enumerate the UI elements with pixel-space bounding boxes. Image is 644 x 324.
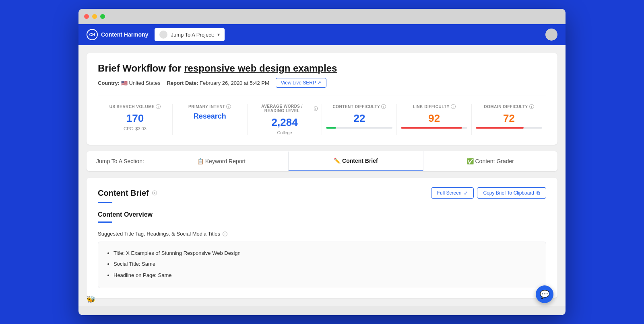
content-overview-title: Content Overview — [98, 211, 546, 218]
suggestion-item-1: Title: X Examples of Stunning Responsive… — [114, 248, 538, 258]
stat-domain-difficulty: DOMAIN DIFFICULTY i 72 — [472, 104, 546, 135]
brief-title-prefix: Brief Workflow for — [98, 63, 184, 74]
domain-difficulty-bar — [476, 127, 542, 129]
stat-label-content-difficulty: CONTENT DIFFICULTY i — [326, 104, 392, 109]
tab-keyword-report[interactable]: 📋 Keyword Report — [154, 152, 289, 171]
tabs-card: Jump To A Section: 📋 Keyword Report ✏️ C… — [87, 151, 557, 171]
link-difficulty-bar — [401, 127, 467, 129]
main-content: Brief Workflow for responsive web design… — [78, 45, 566, 306]
report-date-value: February 26, 2020 at 5:42 PM — [200, 80, 269, 86]
stat-label-domain-difficulty: DOMAIN DIFFICULTY i — [476, 104, 542, 109]
minimize-button[interactable] — [92, 14, 97, 19]
expand-icon: ⤢ — [464, 190, 468, 196]
stat-avg-words: AVERAGE WORDS / READING LEVEL i 2,284 Co… — [248, 104, 322, 135]
nav-logo[interactable]: CH Content Harmony — [87, 29, 148, 40]
suggestions-list: Title: X Examples of Stunning Responsive… — [106, 248, 538, 280]
brief-title: Brief Workflow for responsive web design… — [98, 63, 546, 74]
stat-label-link-difficulty: LINK DIFFICULTY i — [401, 104, 467, 109]
info-icon-suggestions: i — [223, 232, 227, 236]
suggestions-box: Title: X Examples of Stunning Responsive… — [98, 242, 546, 288]
country-label: Country: 🇺🇸 United States — [98, 80, 160, 86]
info-icon-link-diff: i — [451, 104, 456, 109]
suggestion-item-3: Headline on Page: Same — [114, 271, 538, 280]
country-name: United States — [129, 80, 160, 86]
info-icon-content-diff: i — [381, 104, 386, 109]
logo-icon: CH — [87, 29, 98, 40]
browser-window: CH Content Harmony Jump To A Project: ▾ … — [78, 9, 566, 315]
info-icon-intent: i — [226, 104, 231, 109]
jump-chevron-icon: ▾ — [217, 32, 220, 37]
brief-meta: Country: 🇺🇸 United States Report Date: F… — [98, 78, 546, 88]
stat-value-content-difficulty: 22 — [326, 112, 392, 125]
project-avatar — [159, 31, 167, 39]
chat-icon: 💬 — [540, 289, 550, 299]
suggested-titles-label: Suggested Title Tag, Headings, & Social … — [98, 231, 546, 237]
maximize-button[interactable] — [100, 14, 105, 19]
tab-content-brief[interactable]: ✏️ Content Brief — [289, 151, 423, 171]
content-overview-underline — [98, 221, 112, 223]
close-button[interactable] — [84, 14, 89, 19]
bee-icon: 🐝 — [87, 295, 95, 304]
brief-title-underline — [98, 202, 112, 203]
content-brief-card: Content Brief i Full Screen ⤢ Copy Brief… — [87, 178, 557, 298]
stat-value-avg-words: 2,284 — [252, 116, 318, 129]
clipboard-icon: ⧉ — [537, 190, 540, 196]
main-area: Brief Workflow for responsive web design… — [78, 45, 566, 315]
info-icon-search-volume: i — [156, 104, 161, 109]
logo-text: Content Harmony — [101, 31, 148, 38]
stat-search-volume: US SEARCH VOLUME i 170 CPC: $3.03 — [98, 104, 173, 135]
content-difficulty-bar-fill — [326, 127, 336, 129]
domain-difficulty-bar-fill — [476, 127, 524, 129]
link-difficulty-bar-fill — [401, 127, 462, 129]
content-difficulty-bar — [326, 127, 392, 129]
stats-row: US SEARCH VOLUME i 170 CPC: $3.03 PRIMAR… — [98, 96, 546, 135]
stat-sub-avg-words: College — [252, 130, 318, 135]
brief-header-row: Content Brief i Full Screen ⤢ Copy Brief… — [98, 187, 546, 199]
suggestion-item-2: Social Title: Same — [114, 259, 538, 269]
stat-sub-search-volume: CPC: $3.03 — [102, 126, 168, 131]
brief-section-title: Content Brief i — [98, 189, 157, 198]
jump-to-project-area[interactable]: Jump To A Project: ▾ — [155, 28, 224, 41]
info-icon-brief: i — [152, 191, 157, 195]
fullscreen-button[interactable]: Full Screen ⤢ — [431, 187, 474, 199]
chat-bubble-button[interactable]: 💬 — [536, 285, 553, 303]
nav-bar: CH Content Harmony Jump To A Project: ▾ — [78, 24, 566, 45]
brief-header-card: Brief Workflow for responsive web design… — [87, 53, 557, 145]
user-avatar[interactable] — [545, 29, 557, 41]
jump-to-project-label: Jump To A Project: — [171, 32, 214, 38]
tab-content-grader[interactable]: ✅ Content Grader — [423, 152, 557, 171]
copy-brief-button[interactable]: Copy Brief To Clipboard ⧉ — [477, 187, 546, 199]
brief-title-link[interactable]: responsive web design examples — [184, 63, 337, 74]
report-date-section: Report Date: February 26, 2020 at 5:42 P… — [167, 80, 269, 86]
stat-content-difficulty: CONTENT DIFFICULTY i 22 — [322, 104, 397, 135]
country-flag: 🇺🇸 — [121, 80, 129, 86]
stat-label-search-volume: US SEARCH VOLUME i — [102, 104, 168, 109]
stat-value-primary-intent: Research — [177, 112, 243, 121]
view-serp-button[interactable]: View Live SERP ↗ — [276, 78, 326, 88]
brief-actions: Full Screen ⤢ Copy Brief To Clipboard ⧉ — [431, 187, 546, 199]
tab-section-label: Jump To A Section: — [87, 152, 154, 171]
stat-value-link-difficulty: 92 — [401, 112, 467, 125]
stat-label-avg-words: AVERAGE WORDS / READING LEVEL i — [252, 104, 318, 113]
browser-titlebar — [78, 9, 566, 24]
stat-label-primary-intent: PRIMARY INTENT i — [177, 104, 243, 109]
info-icon-domain-diff: i — [529, 104, 534, 109]
stat-value-domain-difficulty: 72 — [476, 112, 542, 125]
stat-primary-intent: PRIMARY INTENT i Research — [173, 104, 248, 135]
stat-value-search-volume: 170 — [102, 112, 168, 125]
info-icon-words: i — [314, 106, 318, 111]
stat-link-difficulty: LINK DIFFICULTY i 92 — [397, 104, 472, 135]
